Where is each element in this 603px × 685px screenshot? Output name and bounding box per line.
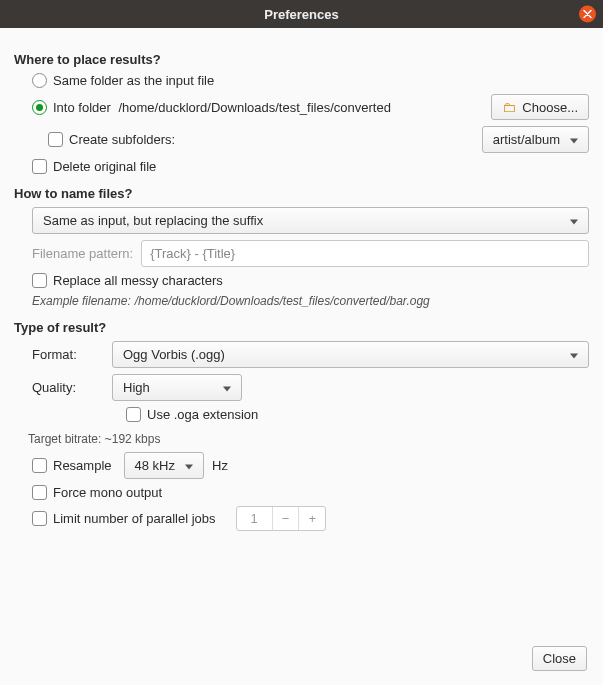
check-resample[interactable]	[32, 458, 47, 473]
check-delete-original[interactable]	[32, 159, 47, 174]
dialog-content: Where to place results? Same folder as t…	[0, 28, 603, 549]
limit-jobs-row: Limit number of parallel jobs 1 − +	[32, 506, 589, 531]
radio-into-folder-label: Into folder	[53, 100, 111, 115]
choose-folder-button[interactable]: 🗀 Choose...	[491, 94, 589, 120]
format-label: Format:	[32, 347, 112, 362]
heading-result-type: Type of result?	[14, 320, 589, 335]
create-subfolders-row: Create subfolders: artist/album	[48, 126, 589, 153]
close-button-label: Close	[543, 651, 576, 666]
jobs-minus[interactable]: −	[273, 507, 300, 530]
naming-scheme-dropdown[interactable]: Same as input, but replacing the suffix	[32, 207, 589, 234]
radio-into-folder[interactable]	[32, 100, 47, 115]
quality-label: Quality:	[32, 380, 112, 395]
format-value: Ogg Vorbis (.ogg)	[123, 347, 225, 362]
check-limit-jobs[interactable]	[32, 511, 47, 526]
into-folder-path: /home/ducklord/Downloads/test_files/conv…	[118, 100, 390, 115]
filename-pattern-label: Filename pattern:	[32, 246, 133, 261]
resample-row: Resample 48 kHz Hz	[32, 452, 589, 479]
delete-original-label: Delete original file	[53, 159, 156, 174]
naming-scheme-value: Same as input, but replacing the suffix	[43, 213, 263, 228]
titlebar: Preferences	[0, 0, 603, 28]
format-dropdown[interactable]: Ogg Vorbis (.ogg)	[112, 341, 589, 368]
radio-into-folder-row[interactable]: Into folder /home/ducklord/Downloads/tes…	[32, 94, 589, 120]
jobs-value: 1	[237, 507, 273, 530]
hz-label: Hz	[212, 458, 228, 473]
close-icon[interactable]	[579, 6, 596, 23]
resample-rate-dropdown[interactable]: 48 kHz	[124, 452, 204, 479]
subfolder-scheme-dropdown[interactable]: artist/album	[482, 126, 589, 153]
quality-dropdown[interactable]: High	[112, 374, 242, 401]
filename-pattern-input[interactable]: {Track} - {Title}	[141, 240, 589, 267]
jobs-plus[interactable]: +	[299, 507, 325, 530]
delete-original-row[interactable]: Delete original file	[32, 159, 589, 174]
subfolder-scheme-value: artist/album	[493, 132, 560, 147]
oga-ext-row[interactable]: Use .oga extension	[126, 407, 589, 422]
resample-label: Resample	[53, 458, 112, 473]
check-oga-ext[interactable]	[126, 407, 141, 422]
limit-jobs-label: Limit number of parallel jobs	[53, 511, 216, 526]
resample-rate-value: 48 kHz	[135, 458, 175, 473]
window-title: Preferences	[264, 7, 338, 22]
heading-naming: How to name files?	[14, 186, 589, 201]
parallel-jobs-stepper[interactable]: 1 − +	[236, 506, 326, 531]
check-create-subfolders[interactable]	[48, 132, 63, 147]
replace-messy-row[interactable]: Replace all messy characters	[32, 273, 589, 288]
choose-button-label: Choose...	[522, 100, 578, 115]
replace-messy-label: Replace all messy characters	[53, 273, 223, 288]
oga-ext-label: Use .oga extension	[147, 407, 258, 422]
radio-same-folder-label: Same folder as the input file	[53, 73, 214, 88]
dialog-footer: Close	[532, 646, 587, 671]
target-bitrate: Target bitrate: ~192 kbps	[28, 432, 589, 446]
heading-results-location: Where to place results?	[14, 52, 589, 67]
example-filename-path: /home/ducklord/Downloads/test_files/conv…	[135, 294, 430, 308]
radio-same-folder-row[interactable]: Same folder as the input file	[32, 73, 589, 88]
mono-row[interactable]: Force mono output	[32, 485, 589, 500]
example-filename-label: Example filename:	[32, 294, 131, 308]
radio-same-folder[interactable]	[32, 73, 47, 88]
folder-icon: 🗀	[502, 99, 516, 115]
create-subfolders-label: Create subfolders:	[69, 132, 175, 147]
example-filename-row: Example filename: /home/ducklord/Downloa…	[32, 294, 589, 308]
close-button[interactable]: Close	[532, 646, 587, 671]
check-replace-messy[interactable]	[32, 273, 47, 288]
quality-value: High	[123, 380, 150, 395]
check-mono[interactable]	[32, 485, 47, 500]
mono-label: Force mono output	[53, 485, 162, 500]
